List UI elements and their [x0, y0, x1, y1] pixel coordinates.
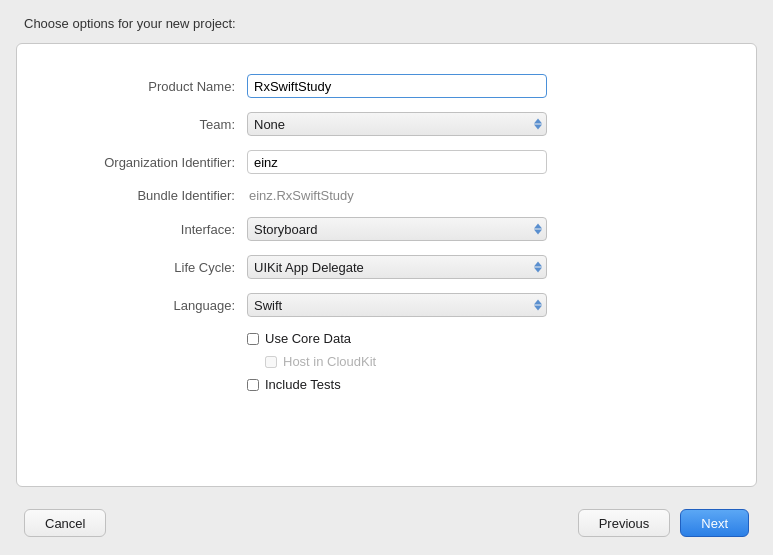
include-tests-checkbox[interactable] — [247, 379, 259, 391]
cancel-button[interactable]: Cancel — [24, 509, 106, 537]
product-name-row: Product Name: — [37, 74, 736, 98]
include-tests-row: Include Tests — [37, 377, 736, 392]
team-label: Team: — [37, 117, 247, 132]
lifecycle-row: Life Cycle: UIKit App Delegate SwiftUI A… — [37, 255, 736, 279]
footer-right: Previous Next — [578, 509, 749, 537]
language-row: Language: Swift Objective-C — [37, 293, 736, 317]
use-core-data-label: Use Core Data — [265, 331, 351, 346]
use-core-data-row: Use Core Data — [37, 331, 736, 346]
lifecycle-select-wrapper: UIKit App Delegate SwiftUI App — [247, 255, 547, 279]
product-name-control — [247, 74, 547, 98]
dialog-body: Product Name: Team: None — [16, 43, 757, 487]
bundle-identifier-value: einz.RxSwiftStudy — [247, 188, 354, 203]
dialog: Choose options for your new project: Pro… — [0, 0, 773, 555]
team-select[interactable]: None — [247, 112, 547, 136]
host-in-cloudkit-checkbox[interactable] — [265, 356, 277, 368]
team-select-wrapper: None — [247, 112, 547, 136]
interface-control: Storyboard SwiftUI — [247, 217, 547, 241]
language-select[interactable]: Swift Objective-C — [247, 293, 547, 317]
use-core-data-checkbox[interactable] — [247, 333, 259, 345]
interface-select-wrapper: Storyboard SwiftUI — [247, 217, 547, 241]
next-button[interactable]: Next — [680, 509, 749, 537]
lifecycle-select[interactable]: UIKit App Delegate SwiftUI App — [247, 255, 547, 279]
lifecycle-label: Life Cycle: — [37, 260, 247, 275]
org-identifier-control — [247, 150, 547, 174]
product-name-input[interactable] — [247, 74, 547, 98]
team-control: None — [247, 112, 547, 136]
lifecycle-control: UIKit App Delegate SwiftUI App — [247, 255, 547, 279]
org-identifier-row: Organization Identifier: — [37, 150, 736, 174]
host-in-cloudkit-row: Host in CloudKit — [37, 354, 736, 369]
language-select-wrapper: Swift Objective-C — [247, 293, 547, 317]
bundle-identifier-label: Bundle Identifier: — [37, 188, 247, 203]
previous-button[interactable]: Previous — [578, 509, 671, 537]
include-tests-label: Include Tests — [265, 377, 341, 392]
interface-select[interactable]: Storyboard SwiftUI — [247, 217, 547, 241]
interface-label: Interface: — [37, 222, 247, 237]
interface-row: Interface: Storyboard SwiftUI — [37, 217, 736, 241]
org-identifier-label: Organization Identifier: — [37, 155, 247, 170]
language-label: Language: — [37, 298, 247, 313]
bundle-identifier-row: Bundle Identifier: einz.RxSwiftStudy — [37, 188, 736, 203]
bundle-identifier-control: einz.RxSwiftStudy — [247, 188, 547, 203]
host-in-cloudkit-label: Host in CloudKit — [283, 354, 376, 369]
org-identifier-input[interactable] — [247, 150, 547, 174]
dialog-header: Choose options for your new project: — [0, 0, 773, 31]
product-name-label: Product Name: — [37, 79, 247, 94]
footer-left: Cancel — [24, 509, 106, 537]
dialog-title: Choose options for your new project: — [24, 16, 236, 31]
dialog-footer: Cancel Previous Next — [0, 499, 773, 555]
team-row: Team: None — [37, 112, 736, 136]
language-control: Swift Objective-C — [247, 293, 547, 317]
